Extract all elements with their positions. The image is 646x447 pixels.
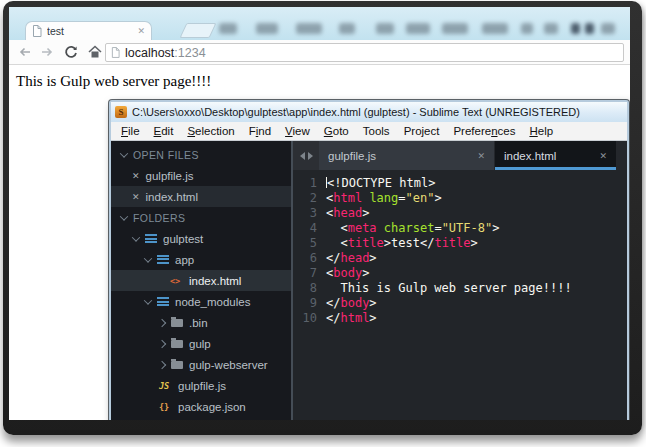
sidebar-row--bin[interactable]: .bin [111,312,293,333]
code-token: body [333,266,362,280]
tab-close-icon[interactable]: ✕ [599,151,607,161]
sidebar-row-label: gulp [189,338,211,350]
menu-item-file[interactable]: File [114,125,147,137]
browser-tab[interactable]: test ✕ [25,21,152,40]
sidebar-row-package-json[interactable]: {}package.json [111,396,293,417]
chevron-right-icon [158,339,166,347]
forward-icon[interactable] [39,44,55,60]
folder-open-icon [157,255,169,264]
code-line[interactable]: 5 <title>test</title> [293,236,627,251]
editor-tab-label: index.html [504,150,585,162]
tab-scroll-left-icon[interactable] [300,152,305,160]
line-number: 4 [293,221,317,236]
code-token: html [340,311,369,325]
code-token: title [434,236,470,250]
code-line[interactable]: 1<!DOCTYPE html> [293,176,627,191]
code-line[interactable]: 2<html lang="en"> [293,191,627,206]
editor-tab-gulpfile.js[interactable]: gulpfile.js✕ [319,141,495,170]
code-line[interactable]: 8 This is Gulp web server page!!!! [293,281,627,296]
sublime-titlebar[interactable]: S C:\Users\oxxo\Desktop\gulptest\app\ind… [111,102,627,122]
line-number: 7 [293,266,317,281]
code-token: > [362,206,369,220]
sidebar-row-node-modules[interactable]: node_modules [111,291,293,312]
sidebar-row-gulpfile-js[interactable]: JSgulpfile.js [111,375,293,396]
menu-item-project[interactable]: Project [397,125,447,137]
sublime-editor-column: gulpfile.js✕index.html✕ 1<!DOCTYPE html>… [293,141,627,420]
url-host: localhost [125,46,174,60]
sidebar-row-gulpfile-js[interactable]: ✕gulpfile.js [111,165,293,186]
code-line[interactable]: 4 <meta charset="UTF-8"> [293,221,627,236]
sublime-sidebar: OPEN FILES✕gulpfile.js✕index.htmlFOLDERS… [111,141,293,420]
folder-icon [171,340,183,348]
menu-item-goto[interactable]: Goto [317,125,356,137]
sidebar-row-app[interactable]: app [111,249,293,270]
browser-window: test ✕ [9,7,630,420]
page-text: This is Gulp web server page!!!! [16,73,630,90]
sidebar-row-label: index.html [189,275,241,287]
reload-icon[interactable] [63,44,79,60]
sidebar-row-label: .bin [189,317,208,329]
sidebar-row-index-html[interactable]: ✕index.html [111,186,293,207]
sublime-window: S C:\Users\oxxo\Desktop\gulptest\app\ind… [109,100,629,420]
sidebar-row-folders[interactable]: FOLDERS [111,207,293,228]
chevron-right-icon [158,360,166,368]
tab-scroll-right-icon[interactable] [308,152,313,160]
code-token: > [369,311,376,325]
code-line[interactable]: 7<body> [293,266,627,281]
html-file-icon: <> [170,275,183,287]
sidebar-row-gulp-webserver[interactable]: gulp-webserver [111,354,293,375]
code-token: </ [326,296,340,310]
line-number: 9 [293,296,317,311]
url-port: :1234 [174,46,205,60]
chevron-down-icon [132,233,140,241]
close-icon: ✕ [132,171,140,181]
menu-item-selection[interactable]: Selection [180,125,241,137]
sidebar-row-label: app [175,254,194,266]
chevron-right-icon [158,318,166,326]
sidebar-row-open-files[interactable]: OPEN FILES [111,144,293,165]
sublime-title: C:\Users\oxxo\Desktop\gulptest\app\index… [132,106,580,118]
menu-item-preferences[interactable]: Preferences [446,125,522,137]
tab-close-icon[interactable]: ✕ [477,151,485,161]
code-token: > [384,236,391,250]
sidebar-row-label: node_modules [175,296,250,308]
sidebar-row-label: gulpfile.js [178,380,226,392]
page-icon [32,25,42,37]
back-icon[interactable] [17,44,33,60]
menu-item-help[interactable]: Help [522,125,560,137]
line-number: 1 [293,176,317,191]
sublime-body: OPEN FILES✕gulpfile.js✕index.htmlFOLDERS… [111,141,627,420]
code-token: "en" [406,191,435,205]
menu-item-edit[interactable]: Edit [147,125,181,137]
code-token: head [340,251,369,265]
tab-close-icon[interactable]: ✕ [137,27,145,36]
chevron-down-icon [144,254,152,262]
menu-item-tools[interactable]: Tools [356,125,397,137]
sidebar-row-gulptest[interactable]: gulptest [111,228,293,249]
address-bar[interactable]: localhost:1234 [105,43,624,62]
code-line[interactable]: 3<head> [293,206,627,221]
code-line[interactable]: 6</head> [293,251,627,266]
sublime-app-icon: S [115,106,127,118]
sidebar-row-label: package.json [178,401,246,413]
line-number: 2 [293,191,317,206]
json-file-icon: {} [159,401,172,413]
new-tab-button[interactable] [180,23,217,38]
code-line[interactable]: 10</html> [293,311,627,326]
code-area[interactable]: 1<!DOCTYPE html>2<html lang="en">3<head>… [293,170,627,420]
tabbar-filler [617,141,627,170]
sidebar-row-label: gulp-webserver [189,359,268,371]
code-line[interactable]: 9</body> [293,296,627,311]
menu-item-view[interactable]: View [278,125,317,137]
sidebar-row-index-html[interactable]: <>index.html [111,270,293,291]
browser-toolbar: localhost:1234 [9,40,630,65]
browser-tabstrip: test ✕ [9,7,630,40]
editor-tab-index.html[interactable]: index.html✕ [495,141,617,170]
code-token: body [340,296,369,310]
home-icon[interactable] [87,44,103,60]
sidebar-row-label: gulpfile.js [146,170,194,182]
code-token: </ [326,311,340,325]
code-token: = [434,221,441,235]
sidebar-row-gulp[interactable]: gulp [111,333,293,354]
menu-item-find[interactable]: Find [242,125,278,137]
